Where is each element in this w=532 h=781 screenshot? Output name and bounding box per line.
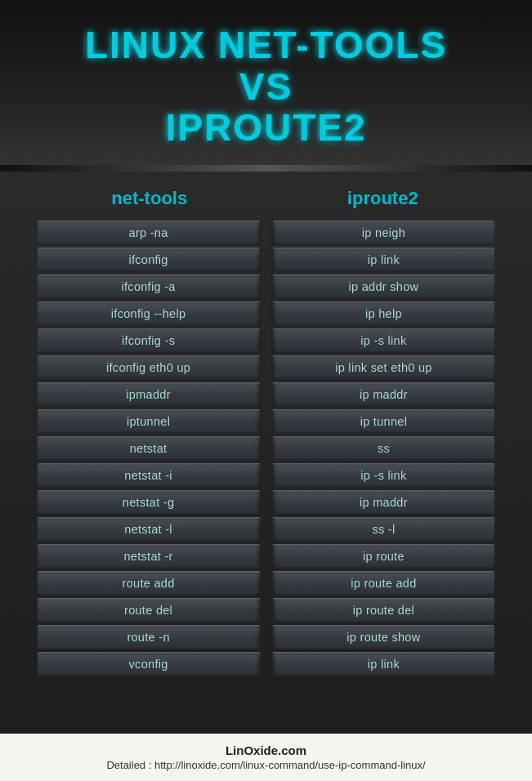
left-cmd-row: netstat [38, 436, 260, 461]
footer-main-text: LinOxide.com [8, 743, 524, 757]
left-cmd-row: arp -na [38, 221, 260, 245]
left-cmd-row: ifconfig --help [38, 301, 260, 326]
left-cmd-row: netstat -i [38, 463, 260, 488]
right-cmd-row: ip tunnel [273, 409, 495, 434]
columns-header: net-tools iproute2 [25, 188, 507, 209]
left-cmd-row: route del [38, 598, 260, 623]
right-cmd-row: ip help [273, 301, 495, 326]
header: LINUX NET-TOOLS VS IPROUTE2 [0, 0, 532, 165]
left-cmd-row: route add [38, 571, 260, 596]
right-cmd-row: ip route [273, 544, 495, 569]
right-cmd-row: ip route del [273, 598, 495, 623]
right-cmd-row: ip maddr [273, 490, 495, 515]
right-cmd-row: ip route add [273, 571, 495, 596]
footer: LinOxide.com Detailed : http://linoxide.… [0, 734, 532, 781]
right-cmd-row: ip maddr [273, 382, 495, 407]
right-cmd-row: ss -l [273, 517, 495, 542]
main-title: LINUX NET-TOOLS VS IPROUTE2 [8, 25, 524, 149]
right-column: ip neighip linkip addr showip helpip -s … [273, 221, 495, 676]
right-cmd-row: ip addr show [273, 274, 495, 299]
right-cmd-row: ip link [273, 248, 495, 272]
right-cmd-row: ip -s link [273, 328, 495, 353]
right-column-header: iproute2 [278, 188, 488, 209]
left-cmd-row: route -n [38, 625, 260, 649]
left-cmd-row: ifconfig eth0 up [38, 355, 260, 380]
left-cmd-row: ifconfig [38, 248, 260, 272]
right-cmd-row: ip neigh [273, 221, 495, 245]
columns-wrapper: arp -naifconfigifconfig -aifconfig --hel… [25, 221, 507, 676]
left-cmd-row: ifconfig -a [38, 274, 260, 299]
left-cmd-row: ifconfig -s [38, 328, 260, 353]
divider [0, 165, 532, 172]
left-column: arp -naifconfigifconfig -aifconfig --hel… [38, 221, 260, 676]
footer-detail-text: Detailed : http://linoxide.com/linux-com… [8, 759, 524, 771]
left-cmd-row: netstat -l [38, 517, 260, 542]
left-column-header: net-tools [44, 188, 254, 209]
right-cmd-row: ip link set eth0 up [273, 355, 495, 380]
right-cmd-row: ip link [273, 652, 495, 676]
right-cmd-row: ip route show [273, 625, 495, 649]
right-cmd-row: ip -s link [273, 463, 495, 488]
left-cmd-row: ipmaddr [38, 382, 260, 407]
left-cmd-row: vconfig [38, 652, 260, 676]
left-cmd-row: iptunnel [38, 409, 260, 434]
left-cmd-row: netstat -g [38, 490, 260, 515]
content-section: net-tools iproute2 arp -naifconfigifconf… [0, 172, 532, 734]
right-cmd-row: ss [273, 436, 495, 461]
left-cmd-row: netstat -r [38, 544, 260, 569]
